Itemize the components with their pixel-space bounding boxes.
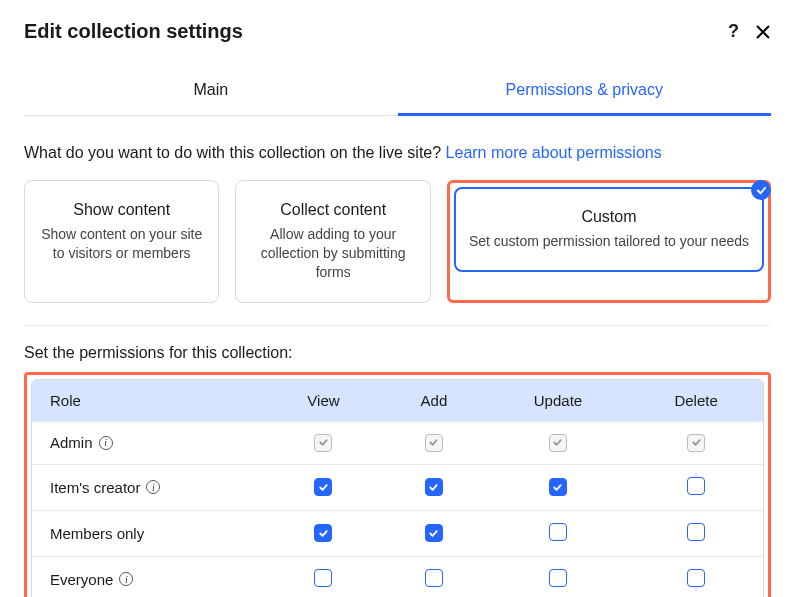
role-label: Item's creator: [50, 479, 140, 496]
intro-question: What do you want to do with this collect…: [24, 144, 441, 161]
info-icon[interactable]: i: [119, 572, 133, 586]
perm-add-checkbox[interactable]: [425, 478, 443, 496]
highlight-custom: Custom Set custom permission tailored to…: [447, 180, 771, 303]
card-show-content[interactable]: Show content Show content on your site t…: [24, 180, 219, 303]
perm-delete-checkbox[interactable]: [687, 523, 705, 541]
perm-view-checkbox[interactable]: [314, 478, 332, 496]
perm-view-checkbox[interactable]: [314, 524, 332, 542]
dialog-title: Edit collection settings: [24, 20, 243, 43]
card-desc: Set custom permission tailored to your n…: [469, 232, 749, 251]
mode-cards: Show content Show content on your site t…: [24, 180, 771, 326]
perm-delete-checkbox: [687, 434, 705, 452]
permissions-table: Role View Add Update Delete AdminiItem's…: [31, 379, 764, 597]
help-icon[interactable]: ?: [728, 21, 739, 42]
perm-delete-checkbox[interactable]: [687, 477, 705, 495]
perm-update-checkbox[interactable]: [549, 523, 567, 541]
dialog: Edit collection settings ? Main Permissi…: [0, 0, 795, 597]
role-label: Everyone: [50, 571, 113, 588]
perm-delete-checkbox[interactable]: [687, 569, 705, 587]
role-cell: Everyonei: [50, 571, 133, 588]
card-custom[interactable]: Custom Set custom permission tailored to…: [454, 187, 764, 272]
col-delete: Delete: [629, 380, 763, 421]
card-desc: Allow adding to your collection by submi…: [250, 225, 415, 282]
highlight-permissions-table: Role View Add Update Delete AdminiItem's…: [24, 372, 771, 597]
table-header-row: Role View Add Update Delete: [32, 380, 763, 421]
perm-add-checkbox: [425, 434, 443, 452]
close-icon[interactable]: [755, 24, 771, 40]
perm-update-checkbox[interactable]: [549, 569, 567, 587]
table-row: Everyonei: [32, 556, 763, 597]
role-label: Admin: [50, 434, 93, 451]
col-role: Role: [32, 380, 266, 421]
learn-more-link[interactable]: Learn more about permissions: [446, 144, 662, 161]
tab-permissions[interactable]: Permissions & privacy: [398, 67, 772, 116]
table-row: Item's creatori: [32, 464, 763, 510]
col-update: Update: [487, 380, 629, 421]
col-add: Add: [381, 380, 487, 421]
perm-view-checkbox[interactable]: [314, 569, 332, 587]
role-cell: Members only: [50, 525, 144, 542]
perm-update-checkbox[interactable]: [549, 478, 567, 496]
intro-text: What do you want to do with this collect…: [24, 144, 771, 162]
dialog-header: Edit collection settings ?: [24, 20, 771, 43]
header-actions: ?: [728, 21, 771, 42]
perm-add-checkbox[interactable]: [425, 569, 443, 587]
info-icon[interactable]: i: [146, 480, 160, 494]
card-collect-content[interactable]: Collect content Allow adding to your col…: [235, 180, 430, 303]
role-label: Members only: [50, 525, 144, 542]
card-title: Custom: [469, 208, 749, 226]
role-cell: Admini: [50, 434, 113, 451]
card-desc: Show content on your site to visitors or…: [39, 225, 204, 263]
selected-check-icon: [751, 180, 771, 200]
card-title: Show content: [39, 201, 204, 219]
table-row: Members only: [32, 510, 763, 556]
col-view: View: [266, 380, 381, 421]
tab-main[interactable]: Main: [24, 67, 398, 115]
perm-update-checkbox: [549, 434, 567, 452]
info-icon[interactable]: i: [99, 436, 113, 450]
table-row: Admini: [32, 421, 763, 464]
tabs: Main Permissions & privacy: [24, 67, 771, 116]
permissions-section-label: Set the permissions for this collection:: [24, 344, 771, 362]
perm-add-checkbox[interactable]: [425, 524, 443, 542]
role-cell: Item's creatori: [50, 479, 160, 496]
perm-view-checkbox: [314, 434, 332, 452]
card-title: Collect content: [250, 201, 415, 219]
